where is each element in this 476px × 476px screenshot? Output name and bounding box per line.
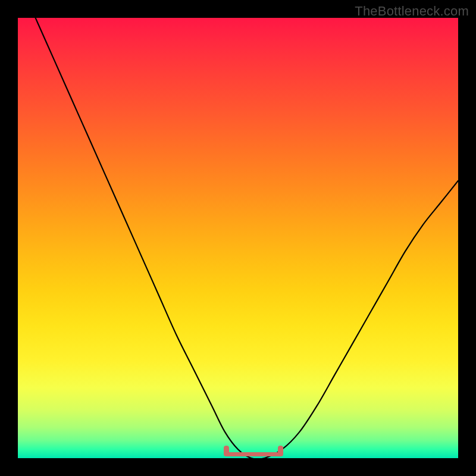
chart-plot-area: [18, 18, 458, 458]
bracket-bar: [225, 452, 282, 456]
bottleneck-curve: [18, 18, 458, 458]
watermark-text: TheBottleneck.com: [355, 4, 469, 19]
bracket-right-cap-icon: [278, 446, 283, 456]
optimal-range-bracket: [225, 444, 282, 456]
